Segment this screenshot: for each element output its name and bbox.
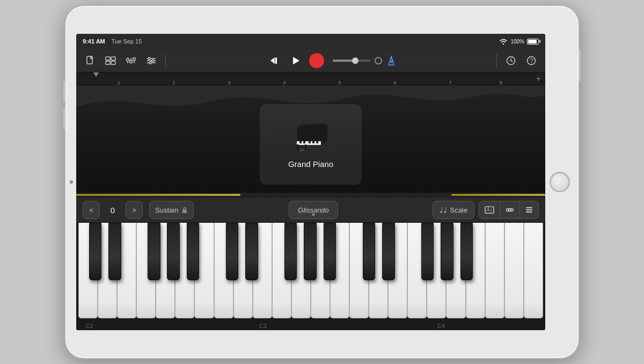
svg-point-15 <box>152 60 154 62</box>
status-right: 100% <box>499 38 539 45</box>
svg-line-20 <box>391 58 393 61</box>
svg-point-6 <box>127 58 129 61</box>
white-key-16[interactable] <box>388 223 407 318</box>
record-button[interactable] <box>309 53 324 68</box>
svg-rect-36 <box>300 150 302 151</box>
octave-label-c4: C4 <box>437 323 445 329</box>
add-track-button[interactable]: + <box>536 74 541 84</box>
white-key-0[interactable] <box>78 223 98 318</box>
toolbar-separator-2 <box>496 54 497 67</box>
octave-next-button[interactable]: > <box>126 201 143 219</box>
battery-percent: 100% <box>510 39 524 45</box>
white-key-1[interactable] <box>98 223 117 318</box>
controls-bar <box>76 193 545 197</box>
wifi-icon <box>499 38 508 45</box>
white-key-15[interactable] <box>369 223 388 318</box>
white-key-13[interactable] <box>330 223 349 318</box>
piano-controls-bar: < 0 > Sustain Glissando ♩♩ Scale <box>76 197 545 223</box>
sustain-button[interactable]: Sustain <box>149 201 194 219</box>
ipad-screen: 9:41 AM Tue Sep 15 100% <box>76 34 545 330</box>
svg-rect-52 <box>526 212 532 213</box>
keyboard-view-buttons <box>479 201 539 219</box>
svg-rect-4 <box>111 61 115 64</box>
new-song-button[interactable] <box>82 52 99 69</box>
white-key-9[interactable] <box>253 223 272 318</box>
svg-point-10 <box>133 57 136 60</box>
svg-point-21 <box>390 61 392 63</box>
ruler-mark-1: 1 <box>118 80 120 85</box>
scale-button[interactable]: ♩♩ Scale <box>433 201 474 219</box>
ruler-mark-4: 4 <box>283 80 286 85</box>
piano-illustration <box>291 121 330 153</box>
svg-text:?: ? <box>530 57 533 64</box>
play-button[interactable] <box>288 52 305 69</box>
battery-icon <box>527 39 539 45</box>
settings-button[interactable] <box>143 52 160 69</box>
controls-bar-right <box>451 194 545 196</box>
octave-label-c2: C2 <box>85 323 93 329</box>
toolbar: ? <box>76 49 545 72</box>
instrument-name: Grand Piano <box>288 159 333 169</box>
svg-marker-19 <box>293 57 299 64</box>
white-key-5[interactable] <box>175 223 194 318</box>
white-key-23[interactable] <box>524 223 543 318</box>
side-camera <box>70 180 73 184</box>
svg-rect-33 <box>297 144 299 151</box>
ruler-mark-6: 6 <box>393 80 396 85</box>
rewind-button[interactable] <box>266 52 283 69</box>
white-key-18[interactable] <box>427 223 446 318</box>
svg-rect-38 <box>182 209 187 213</box>
white-key-22[interactable] <box>504 223 524 318</box>
volume-up-button[interactable] <box>63 81 65 103</box>
ipad-device: 9:41 AM Tue Sep 15 100% <box>64 5 580 359</box>
keys-container <box>76 223 545 318</box>
mixer-button[interactable] <box>122 52 140 69</box>
clock-button[interactable] <box>502 52 519 69</box>
help-button[interactable]: ? <box>523 52 540 69</box>
white-key-17[interactable] <box>407 223 427 318</box>
power-button[interactable] <box>579 49 581 81</box>
svg-rect-3 <box>106 61 110 64</box>
svg-rect-46 <box>491 207 492 210</box>
ruler-mark-7: 7 <box>449 80 451 85</box>
ruler-mark-8: 8 <box>500 80 502 85</box>
svg-rect-30 <box>309 141 311 143</box>
svg-rect-37 <box>302 150 304 151</box>
volume-slider[interactable] <box>333 60 370 62</box>
white-key-10[interactable] <box>272 223 291 318</box>
ruler-mark-2: 2 <box>173 80 175 85</box>
volume-down-button[interactable] <box>63 108 65 129</box>
white-key-12[interactable] <box>311 223 330 318</box>
octave-prev-button[interactable]: < <box>83 201 100 219</box>
white-key-2[interactable] <box>117 223 136 318</box>
white-key-3[interactable] <box>136 223 156 318</box>
chord-button[interactable] <box>500 201 520 219</box>
ruler-mark-3: 3 <box>228 80 231 85</box>
white-key-11[interactable] <box>291 223 311 318</box>
svg-point-8 <box>130 60 133 63</box>
list-view-button[interactable] <box>520 201 539 219</box>
octave-value: 0 <box>104 201 121 219</box>
home-button[interactable] <box>550 172 570 192</box>
white-key-7[interactable] <box>214 223 233 318</box>
glissando-dot <box>312 213 314 216</box>
octave-labels-row: C2 C3 C4 <box>76 318 545 330</box>
metronome-icon[interactable] <box>386 55 396 66</box>
svg-point-14 <box>148 57 150 60</box>
instrument-area: Grand Piano <box>76 85 545 193</box>
white-key-14[interactable] <box>349 223 369 318</box>
white-key-8[interactable] <box>233 223 253 318</box>
white-key-20[interactable] <box>466 223 485 318</box>
wave-decoration <box>76 85 545 118</box>
glissando-button[interactable]: Glissando <box>289 201 338 219</box>
ruler-mark-5: 5 <box>338 80 341 85</box>
status-bar: 9:41 AM Tue Sep 15 100% <box>76 34 545 49</box>
svg-rect-18 <box>275 57 277 64</box>
tracks-button[interactable] <box>102 52 119 69</box>
white-key-21[interactable] <box>485 223 504 318</box>
white-key-19[interactable] <box>446 223 465 318</box>
white-key-6[interactable] <box>194 223 214 318</box>
white-key-4[interactable] <box>156 223 175 318</box>
master-volume-knob[interactable] <box>375 57 382 64</box>
keyboard-view-button[interactable] <box>479 201 500 219</box>
